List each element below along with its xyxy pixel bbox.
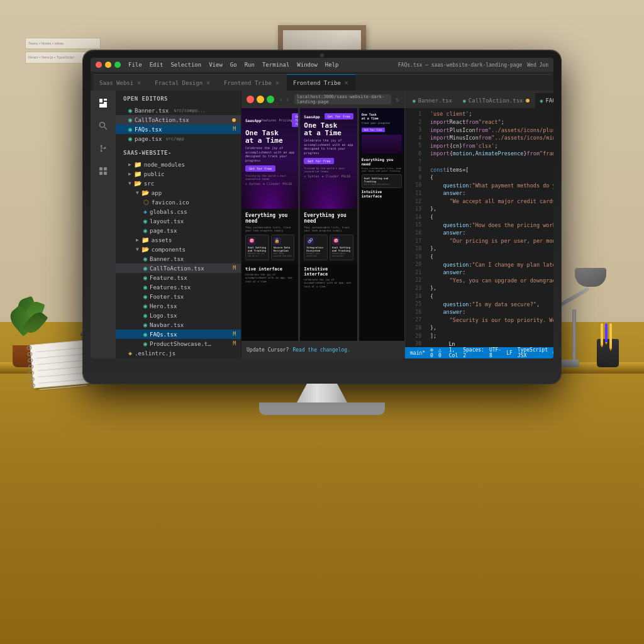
file-calltoaction[interactable]: ◉ CallToAction.tsx M	[116, 264, 241, 273]
file-eslintrc[interactable]: ◈ .eslintrc.js	[116, 348, 241, 358]
folder-public[interactable]: ▶ 📁 public	[116, 169, 241, 179]
file-footer[interactable]: ◉ Footer.tsx	[116, 292, 241, 301]
line-num: 2	[405, 119, 421, 127]
line-num: 18	[405, 245, 421, 253]
menu-view[interactable]: View	[209, 62, 223, 68]
tab-frontend-tribe-2[interactable]: Frontend Tribe ×	[287, 74, 356, 91]
browser-minimize-btn[interactable]	[257, 96, 264, 103]
open-file-banner[interactable]: ◉ Banner.tsx src/compo...	[116, 106, 241, 115]
file-features[interactable]: ◉ Features.tsx	[116, 282, 241, 292]
menu-bar[interactable]: File Edit Selection View Go Run Terminal…	[128, 62, 339, 68]
file-name: Footer.tsx	[150, 294, 184, 300]
editor-tab-banner[interactable]: ◉ Banner.tsx	[408, 93, 457, 108]
folder-assets[interactable]: ▶ 📁 assets	[116, 235, 241, 245]
file-productshowcase[interactable]: ◉ ProductShowcase.tsx M	[116, 339, 241, 348]
code-token: AnimatePresence	[475, 150, 524, 158]
file-feature[interactable]: ◉ Feature.tsx	[116, 273, 241, 282]
browser-maximize-btn[interactable]	[267, 96, 274, 103]
site-cta-button-2[interactable]: Get for free	[325, 113, 353, 119]
explorer-icon[interactable]	[96, 96, 111, 111]
search-icon[interactable]	[96, 118, 111, 133]
editor-tab-faqs[interactable]: ◉ FAQs.tsx	[535, 93, 553, 108]
menu-go[interactable]: Go	[230, 62, 237, 68]
code-token: "We accept all major credit cards, PayPa…	[450, 198, 553, 206]
tsx-file-icon: ◉	[143, 331, 147, 338]
source-control-icon[interactable]	[96, 141, 111, 156]
browser-toolbar: ‹ › localhost:3000/saas-website-dark-lan…	[242, 91, 404, 108]
file-logotsx[interactable]: ◉ Logo.tsx	[116, 311, 241, 320]
file-faqs[interactable]: ◉ FAQs.tsx M	[116, 330, 241, 339]
menu-edit[interactable]: Edit	[150, 62, 164, 68]
code-token: ;	[501, 119, 504, 126]
svg-rect-9	[99, 167, 103, 170]
svg-rect-0	[99, 99, 103, 103]
file-explorer-sidebar: OPEN EDITORS ◉ Banner.tsx src/compo... ◉…	[116, 91, 242, 358]
modified-dot	[526, 99, 530, 103]
forward-icon[interactable]: ›	[286, 96, 289, 103]
menu-selection[interactable]: Selection	[170, 62, 201, 68]
menu-run[interactable]: Run	[245, 62, 255, 68]
url-bar[interactable]: localhost:3000/saas-website-dark-landing…	[294, 94, 391, 104]
refresh-icon[interactable]: ↻	[396, 96, 399, 103]
wall-note-1: Tasks • Notes • Ideas	[25, 38, 101, 49]
hero-cta-btn-2[interactable]: Get for free	[304, 158, 334, 164]
folder-icon: 📁	[134, 161, 142, 168]
site-nav-1: SaasApp Features Pricing Get for free	[245, 113, 294, 127]
file-nextconfig[interactable]: ◈ next.config.mjs	[116, 358, 241, 358]
code-token: },	[430, 206, 436, 213]
code-content[interactable]: 1 2 3 4 5 6 7 8 9 10	[405, 108, 553, 347]
feat-card-3: Goal Setting and Tracking Secure Data En…	[362, 174, 402, 188]
file-globals-css[interactable]: ◈ globals.css	[116, 207, 241, 216]
file-path: src/app	[165, 136, 184, 142]
file-hero[interactable]: ◉ Hero.tsx	[116, 301, 241, 311]
vscode-editor[interactable]: File Edit Selection View Go Run Terminal…	[91, 58, 553, 358]
tab-saas-websi[interactable]: Saas Websi ×	[93, 74, 148, 91]
open-file-faqs[interactable]: ◉ FAQs.tsx M	[116, 125, 241, 134]
hero-cta-3[interactable]: Get for free	[362, 128, 385, 132]
file-navbar[interactable]: ◉ Navbar.tsx	[116, 320, 241, 330]
preview-content-area: SaasApp Features Pricing Get for free	[242, 108, 404, 341]
tab-close-icon[interactable]: ×	[274, 79, 280, 87]
editor-tab-calltoaction[interactable]: ◉ CallToAction.tsx	[458, 93, 535, 108]
code-line-13: },	[430, 206, 548, 214]
tab-fractal-design[interactable]: Fractal Design ×	[148, 74, 218, 91]
file-page[interactable]: ◉ page.tsx	[116, 226, 241, 235]
tab-close-icon[interactable]: ×	[136, 79, 142, 87]
site-cta-button[interactable]: Get for free	[292, 113, 298, 127]
folder-app[interactable]: ▼ 📂 app	[116, 188, 241, 197]
feat-card-text-3: Secure Data Encryption	[364, 183, 399, 186]
file-favicon[interactable]: ⬡ favicon.ico	[116, 197, 241, 207]
fullscreen-button[interactable]	[114, 62, 121, 68]
close-button[interactable]	[96, 62, 102, 68]
tab-frontend-tribe-1[interactable]: Frontend Tribe ×	[218, 74, 287, 91]
extensions-icon[interactable]	[96, 164, 111, 179]
minimize-button[interactable]	[105, 62, 111, 68]
menu-terminal[interactable]: Terminal	[262, 62, 289, 68]
code-token: 'clsx'	[475, 143, 495, 150]
code-text-area[interactable]: 'use client'; import React from "react";…	[425, 108, 553, 347]
folder-components[interactable]: ▼ 📂 components	[116, 245, 241, 254]
tab-close-icon[interactable]: ×	[343, 79, 350, 87]
tab-label: Frontend Tribe	[293, 80, 341, 86]
update-action-link[interactable]: Read the changelog.	[292, 347, 350, 353]
back-icon[interactable]: ‹	[279, 96, 283, 103]
menu-file[interactable]: File	[128, 62, 142, 68]
svg-point-7	[101, 150, 103, 152]
hero-cta-btn-1[interactable]: Get for free	[245, 165, 275, 172]
site-features-1: Everything you need They customizable li…	[242, 209, 298, 264]
folder-src[interactable]: ▼ 📂 src	[116, 179, 241, 188]
file-layout[interactable]: ◉ layout.tsx	[116, 216, 241, 226]
tab-close-icon[interactable]: ×	[205, 79, 211, 87]
menu-help[interactable]: Help	[325, 62, 339, 68]
brand-pulse: PULSE	[282, 182, 292, 186]
imac-screen[interactable]: File Edit Selection View Go Run Terminal…	[91, 58, 553, 358]
file-banner[interactable]: ◉ Banner.tsx	[116, 254, 241, 264]
folder-node-modules[interactable]: ▶ 📁 node_modules	[116, 160, 241, 169]
open-file-calltoaction[interactable]: ◉ CallToAction.tsx	[116, 115, 241, 125]
line-num: 27	[405, 316, 421, 325]
file-tree-section: ▶ 📁 node_modules ▶ 📁 public ▼	[116, 158, 241, 358]
line-num: 14	[405, 214, 421, 222]
browser-close-btn[interactable]	[247, 96, 254, 103]
menu-window[interactable]: Window	[297, 62, 318, 68]
open-file-page[interactable]: ◉ page.tsx src/app	[116, 134, 241, 143]
